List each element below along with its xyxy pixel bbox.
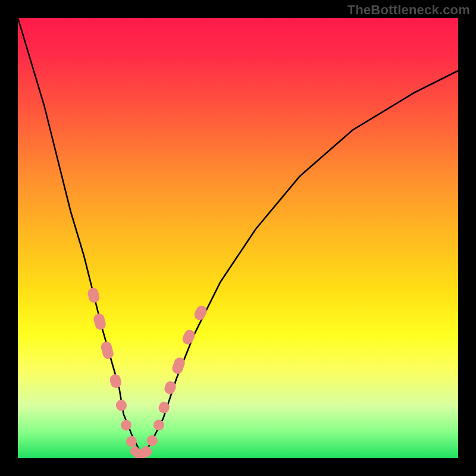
series-pill xyxy=(100,340,115,360)
series-pill xyxy=(193,304,209,322)
series-pill xyxy=(115,399,128,412)
series-pill xyxy=(87,287,101,304)
chart-frame: TheBottleneck.com xyxy=(0,0,476,476)
series-pill xyxy=(125,435,139,449)
series-pill xyxy=(145,434,159,448)
series-pill xyxy=(120,418,133,432)
series-markers xyxy=(87,287,209,458)
plot-area xyxy=(18,18,458,458)
bottleneck-curve xyxy=(18,18,458,454)
series-pill xyxy=(109,373,123,389)
watermark-text: TheBottleneck.com xyxy=(347,2,470,18)
series-pill xyxy=(152,418,165,431)
series-pill xyxy=(181,328,197,346)
curve-layer xyxy=(18,18,458,458)
series-dot xyxy=(140,448,149,458)
series-pill xyxy=(92,312,107,331)
